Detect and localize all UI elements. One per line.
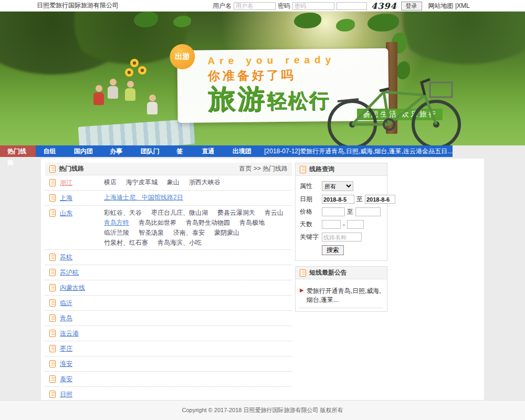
sunflower — [130, 59, 139, 67]
attr-label: 属性 — [300, 182, 320, 191]
route-item[interactable]: 济南、泰安 — [173, 229, 205, 237]
route-sub-items: 横店海宁皮革城象山浙西大峡谷 — [104, 178, 220, 186]
password-input[interactable] — [292, 2, 334, 10]
region-link[interactable]: 苏杭 — [60, 253, 104, 262]
breadcrumb-home[interactable]: 首页 — [239, 165, 251, 172]
sunflower — [138, 66, 146, 75]
region-link[interactable]: 青岛 — [60, 314, 104, 323]
route-item[interactable]: 彩虹谷、天谷 — [104, 209, 142, 217]
banner-title-rest: 轻松行 — [267, 89, 330, 112]
route-item[interactable]: 蒙阴蒙山 — [214, 229, 239, 237]
bicycle-illustration — [322, 71, 466, 145]
captcha-input[interactable] — [337, 2, 367, 10]
hero-banner: 出游 Are you ready 你准备好了吗 旅游轻松行 畅想生活 欢乐旅行 — [0, 12, 525, 145]
route-item[interactable]: 临沂兰陵 — [104, 229, 129, 237]
route-row: 苏沪杭 — [45, 265, 292, 280]
nav-item-1[interactable]: 热门线路 — [0, 145, 36, 157]
nav-item-4[interactable]: 办事处 — [102, 145, 133, 157]
region-link[interactable]: 枣庄 — [60, 344, 104, 353]
region-link[interactable]: 内蒙古线 — [60, 284, 104, 292]
route-rows: 浙江横店海宁皮革城象山浙西大峡谷上海上海迪士尼、中国馆线路2日山东彩虹谷、天谷枣… — [45, 175, 292, 420]
sitemap-links: 网站地图 |XML — [428, 2, 470, 10]
route-search-box: 线路查询 属性 所有 日期 至 价格 至 — [295, 163, 387, 261]
region-link[interactable]: 连云港 — [60, 329, 104, 338]
price-to-label: 至 — [347, 207, 353, 216]
document-icon — [49, 345, 56, 352]
notice-item[interactable]: ▶爱旅行开通青岛,日照,威海,烟台,蓬莱... — [300, 287, 383, 308]
sitemap-link[interactable]: 网站地图 — [428, 2, 454, 9]
route-item[interactable]: 竹泉村、红石寨 — [104, 239, 148, 247]
route-row: 苏杭 — [45, 250, 292, 265]
attr-select[interactable]: 所有 — [322, 181, 353, 191]
route-item[interactable]: 象山 — [167, 178, 180, 186]
region-link[interactable]: 泰安 — [60, 375, 104, 384]
document-icon — [49, 269, 56, 276]
nav-item-6[interactable]: 签证 — [169, 145, 194, 157]
tree-canopy — [388, 12, 525, 64]
route-item-link[interactable]: 上海迪士尼、中国馆线路2日 — [104, 194, 183, 202]
price-from-input[interactable] — [322, 207, 345, 216]
right-column: 线路查询 属性 所有 日期 至 价格 至 — [295, 163, 387, 420]
nav-item-8[interactable]: 出境团队 — [225, 145, 261, 157]
route-item[interactable]: 青岛野生动物园 — [186, 219, 230, 227]
notice-box: 短线最新公告 ▶爱旅行开通青岛,日照,威海,烟台,蓬莱... — [295, 266, 387, 312]
region-link[interactable]: 上海 — [60, 194, 104, 203]
route-item[interactable]: 青云山 — [265, 209, 284, 217]
username-input[interactable] — [234, 2, 276, 10]
route-row: 青岛 — [45, 311, 292, 326]
days-label: 天数 — [300, 220, 320, 229]
route-item[interactable]: 枣庄台儿庄、微山湖 — [151, 209, 208, 217]
nav-item-3[interactable]: 国内团队 — [67, 145, 102, 157]
xml-link[interactable]: |XML — [455, 2, 470, 9]
date-from-input[interactable] — [322, 195, 354, 204]
route-item[interactable]: 横店 — [104, 178, 117, 186]
route-search-header: 线路查询 — [296, 163, 387, 176]
route-item[interactable]: 智圣汤泉 — [139, 229, 164, 237]
route-row: 内蒙古线 — [45, 280, 292, 296]
keyword-input[interactable] — [322, 233, 362, 242]
date-to-input[interactable] — [365, 195, 395, 204]
route-item[interactable]: 青岛海滨、小吃 — [158, 239, 202, 247]
document-icon — [49, 299, 56, 307]
login-button[interactable]: 登录 — [401, 2, 422, 10]
nav-item-5[interactable]: 团队门票 — [133, 145, 169, 157]
document-icon — [49, 194, 56, 202]
date-label: 日期 — [300, 195, 320, 204]
route-item[interactable]: 浙西大峡谷 — [189, 178, 220, 186]
main-content: 热门线路 首页 >> 热门线路 浙江横店海宁皮革城象山浙西大峡谷上海上海迪士尼、… — [41, 159, 484, 420]
document-icon — [49, 391, 56, 398]
region-link[interactable]: 山东 — [60, 209, 104, 218]
route-item[interactable]: 青岛极地 — [239, 219, 265, 227]
region-link[interactable]: 浙江 — [60, 178, 104, 187]
hot-routes-title: 热门线路 — [59, 164, 84, 173]
route-item-link[interactable]: 青岛方特 — [104, 219, 129, 227]
route-item[interactable]: 青岛比如世界 — [139, 219, 176, 227]
days-from-input[interactable] — [322, 220, 341, 229]
company-name: 日照爱旅行国际旅游有限公司 — [37, 1, 119, 10]
region-link[interactable]: 苏沪杭 — [60, 268, 104, 277]
nav-item-7[interactable]: 直通车 — [194, 145, 225, 157]
nav-item-2[interactable]: 自组团 — [36, 145, 66, 157]
search-button[interactable]: 搜索 — [322, 245, 344, 255]
price-to-input[interactable] — [355, 207, 381, 216]
route-search-title: 线路查询 — [309, 165, 334, 174]
document-icon — [49, 360, 56, 368]
route-row: 枣庄 — [45, 341, 292, 356]
family-figure — [125, 81, 135, 101]
banner-line-en: Are you ready — [207, 54, 388, 67]
region-link[interactable]: 日照 — [60, 390, 104, 399]
region-link[interactable]: 淮安 — [60, 360, 104, 369]
family-figure — [147, 94, 158, 114]
footer: Copyright © 2017-2018 日照爱旅行国际旅游有限公司 版权所有 — [0, 400, 525, 420]
region-link[interactable]: 临沂 — [60, 299, 104, 308]
route-item[interactable]: 费县云瀑洞天 — [217, 209, 255, 217]
picnic-blanket — [78, 119, 195, 145]
family-figure — [93, 85, 104, 105]
nav-news-link[interactable]: [2018-07-12]爱旅行开通青岛,日照,威海,烟台,蓬莱,连云港金品五日.… — [264, 147, 453, 156]
notice-text: 爱旅行开通青岛,日照,威海,烟台,蓬莱... — [307, 287, 383, 304]
main-nav: 热门线路自组团国内团队办事处团队门票签证直通车出境团队 [2018-07-12]… — [0, 145, 453, 157]
vine-leaf — [294, 13, 321, 28]
days-to-input[interactable] — [347, 220, 364, 229]
login-box: 用户名 密码 4394 登录 网站地图 |XML — [213, 0, 470, 12]
route-item[interactable]: 海宁皮革城 — [126, 178, 158, 186]
